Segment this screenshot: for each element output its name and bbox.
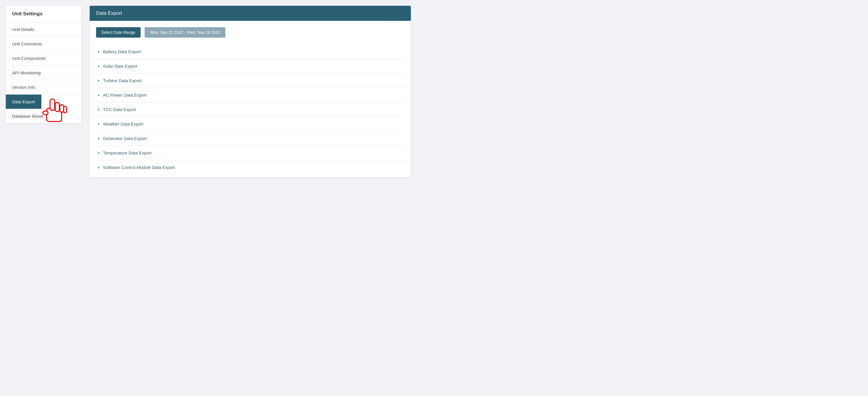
sidebar-item-data-export[interactable]: Data Export xyxy=(6,95,41,109)
chevron-down-icon: ▾ xyxy=(98,93,99,97)
export-section-battery[interactable]: ▾ Battery Data Export xyxy=(96,44,404,59)
sidebar-item-label: Unit Components xyxy=(12,56,46,61)
export-section-label: AC Power Data Export xyxy=(103,93,147,97)
export-section-weather[interactable]: ▾ Weather Data Export xyxy=(96,117,404,131)
sidebar-item-label: Unit Comments xyxy=(12,41,42,46)
export-section-ac-power[interactable]: ▾ AC Power Data Export xyxy=(96,88,404,102)
chevron-down-icon: ▾ xyxy=(98,50,99,54)
sidebar-header: Unit Settings xyxy=(6,6,81,22)
chevron-down-icon: ▾ xyxy=(98,165,99,169)
export-sections: ▾ Battery Data Export ▾ Solar Data Expor… xyxy=(96,44,404,174)
chevron-down-icon: ▾ xyxy=(98,122,99,126)
sidebar-item-unit-comments[interactable]: Unit Comments xyxy=(6,37,81,51)
sidebar-item-label: Unit Details xyxy=(12,27,34,32)
main-title: Data Export xyxy=(90,6,411,21)
date-range-row: Select Date Range Wed, Sep 21 2022 - Wed… xyxy=(96,27,404,38)
export-section-generator[interactable]: ▾ Generator Data Export xyxy=(96,131,404,146)
export-section-label: Generator Data Export xyxy=(103,136,147,141)
export-section-solar[interactable]: ▾ Solar Data Export xyxy=(96,59,404,73)
export-section-label: TCC Data Export xyxy=(103,107,136,112)
chevron-down-icon: ▾ xyxy=(98,108,99,112)
chevron-down-icon: ▾ xyxy=(98,136,99,140)
sidebar-item-label: API Monitoring xyxy=(12,70,40,75)
export-section-label: Temperature Data Export xyxy=(103,151,152,155)
sidebar-item-label: Data Export xyxy=(12,99,35,104)
svg-rect-1 xyxy=(50,99,55,110)
export-section-label: Software Control Module Data Export xyxy=(103,165,175,170)
export-section-label: Solar Data Export xyxy=(103,64,137,69)
export-section-temperature[interactable]: ▾ Temperature Data Export xyxy=(96,146,404,160)
sidebar-item-api-monitoring[interactable]: API Monitoring xyxy=(6,66,81,80)
sidebar-item-label: Version Info xyxy=(12,85,35,90)
date-range-display: Wed, Sep 21 2022 - Wed, Sep 28 2022 xyxy=(145,27,226,38)
export-section-tcc[interactable]: ▾ TCC Data Export xyxy=(96,102,404,117)
chevron-down-icon: ▾ xyxy=(98,79,99,83)
select-date-range-button[interactable]: Select Date Range xyxy=(96,27,141,38)
sidebar-item-version-info[interactable]: Version Info xyxy=(6,80,81,95)
chevron-down-icon: ▾ xyxy=(98,64,99,68)
export-section-label: Turbine Data Export xyxy=(103,78,142,83)
export-section-turbine[interactable]: ▾ Turbine Data Export xyxy=(96,73,404,88)
main-content: Data Export Select Date Range Wed, Sep 2… xyxy=(90,6,411,177)
page-container: Unit Settings Unit Details Unit Comments… xyxy=(6,6,411,177)
export-section-label: Weather Data Export xyxy=(103,122,144,126)
sidebar-item-database-reset[interactable]: Database Reset xyxy=(6,109,81,123)
main-body: Select Date Range Wed, Sep 21 2022 - Wed… xyxy=(90,21,411,177)
sidebar-item-unit-components[interactable]: Unit Components xyxy=(6,51,81,66)
sidebar-item-label: Database Reset xyxy=(12,114,43,119)
export-section-label: Battery Data Export xyxy=(103,49,141,54)
export-section-software-control[interactable]: ▾ Software Control Module Data Export xyxy=(96,160,404,174)
sidebar: Unit Settings Unit Details Unit Comments… xyxy=(6,6,81,123)
sidebar-item-unit-details[interactable]: Unit Details xyxy=(6,22,81,37)
chevron-down-icon: ▾ xyxy=(98,151,99,155)
